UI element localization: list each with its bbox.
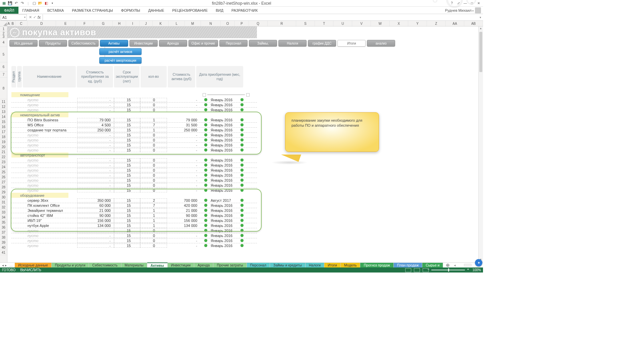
col-header-S[interactable]: S — [296, 21, 315, 26]
row-header-15[interactable]: 15 — [0, 119, 7, 124]
cell-name[interactable]: пусто — [11, 244, 77, 248]
cell-unit-cost[interactable]: - — [77, 138, 114, 142]
cell-qty[interactable]: 0 — [140, 143, 167, 147]
cell-unit-cost[interactable]: 4 500 — [77, 123, 114, 127]
cell-life[interactable]: 15 — [114, 133, 140, 137]
sheet-tab[interactable]: Себестоимость — [89, 263, 121, 267]
cell-date[interactable]: Август 2017 — [209, 198, 239, 202]
qat-new-icon[interactable]: ▢ — [32, 1, 37, 6]
hscroll-track[interactable] — [464, 264, 472, 266]
data-row[interactable]: ИБП 19''156 000151156 000Январь 2016 — [11, 218, 257, 223]
redo-icon[interactable]: ↷ — [19, 1, 25, 6]
data-row[interactable]: пусто-150-Январь 2016 — [11, 147, 257, 153]
cell-life[interactable]: 15 — [114, 143, 140, 147]
cell-unit-cost[interactable]: 250 000 — [77, 128, 114, 132]
row-header-3[interactable]: 3 — [0, 35, 7, 38]
row-header-41[interactable]: 41 — [0, 250, 7, 255]
cell-name[interactable]: ПО Bitrix Business — [11, 118, 77, 122]
user-name[interactable]: Руднев Михаил — [445, 8, 474, 12]
col-header-Y[interactable]: Y — [408, 21, 427, 26]
cell-life[interactable]: 15 — [114, 214, 140, 218]
save-icon[interactable]: 💾 — [7, 1, 13, 6]
sheet-tab[interactable]: Займы и кредиты — [270, 263, 306, 267]
cell-name[interactable]: пусто — [11, 229, 77, 233]
cancel-formula-icon[interactable]: ✕ — [29, 15, 32, 19]
maximize-icon[interactable]: □ — [469, 1, 475, 6]
scroll-thumb[interactable] — [479, 32, 482, 72]
nav-btn-6[interactable]: Офис и прочие — [189, 40, 218, 47]
col-header-H[interactable]: H — [113, 21, 126, 26]
cell-date[interactable]: Январь 2016 — [209, 239, 239, 243]
data-row[interactable]: пусто-150-Январь 2016 — [11, 178, 257, 183]
nav-btn-0[interactable]: Исх.данные — [9, 40, 38, 47]
cell-unit-cost[interactable]: - — [77, 148, 114, 152]
sheet-tab[interactable]: Активы — [147, 262, 168, 267]
cell-qty[interactable]: 1 — [140, 208, 167, 213]
ribbon-tab-разметка страницы[interactable]: РАЗМЕТКА СТРАНИЦЫ — [68, 7, 117, 14]
cell-qty[interactable]: 1 — [140, 128, 167, 132]
sheet-canvas[interactable]: ← покупка активов Исх.данныеПродуктыСебе… — [7, 26, 483, 262]
tab-first-icon[interactable]: ◂ — [2, 263, 4, 267]
add-sheet-button[interactable]: ⊕ — [443, 263, 452, 267]
back-button[interactable]: ← — [10, 28, 19, 37]
cell-date[interactable]: Январь 2016 — [209, 133, 239, 137]
cell-name[interactable]: пусто — [11, 133, 77, 137]
cell-qty[interactable]: 2 — [140, 198, 167, 202]
nav-btn-2[interactable]: Себестоимость — [68, 40, 99, 47]
ribbon-collapse-icon[interactable]: ⤢ — [455, 1, 462, 6]
cell-life[interactable]: 15 — [114, 229, 140, 233]
row-header-20[interactable]: 20 — [0, 144, 7, 149]
cell-unit-cost[interactable]: - — [77, 108, 114, 112]
cell-name[interactable]: ИБП 19'' — [11, 219, 77, 223]
sheet-tab[interactable]: Прочие затраты — [213, 263, 247, 267]
cell-life[interactable]: 15 — [114, 98, 140, 102]
cell-name[interactable]: пусто — [11, 108, 77, 112]
row-header-34[interactable]: 34 — [0, 215, 7, 220]
data-row[interactable]: сервер 36xx350 000152700 000Август 2017 — [11, 198, 257, 203]
data-row[interactable]: пусто-150-Январь 2016 — [11, 183, 257, 188]
nav-btn-7[interactable]: Персонал — [219, 40, 248, 47]
sub-btn-0[interactable]: расчёт активов — [99, 48, 142, 55]
sheet-tab[interactable]: Налоги — [306, 263, 324, 267]
cell-date[interactable]: Январь 2016 — [209, 173, 239, 177]
cell-qty[interactable]: 0 — [140, 163, 167, 167]
nav-btn-10[interactable]: график ДДС — [308, 40, 336, 47]
cell-life[interactable]: 15 — [114, 234, 140, 238]
cell-unit-cost[interactable]: - — [77, 168, 114, 172]
row-header-37[interactable]: 37 — [0, 230, 7, 235]
cell-date[interactable]: Январь 2016 — [209, 158, 239, 162]
row-header-24[interactable]: 24 — [0, 165, 7, 170]
zoom-slider[interactable] — [431, 269, 465, 270]
floating-badge-icon[interactable]: ✦ — [475, 259, 482, 266]
row-header-30[interactable]: 30 — [0, 195, 7, 200]
cell-unit-cost[interactable]: - — [77, 133, 114, 137]
cell-qty[interactable]: 0 — [140, 98, 167, 102]
row-header-29[interactable]: 29 — [0, 190, 7, 195]
row-header-5[interactable]: 5 — [0, 47, 7, 62]
cell-life[interactable]: 15 — [114, 224, 140, 228]
data-row[interactable]: пусто-150-Январь 2016 — [11, 163, 257, 168]
cell-date[interactable]: Январь 2016 — [209, 214, 239, 218]
formula-expand-icon[interactable]: ▾ — [478, 16, 483, 19]
cell-date[interactable]: Январь 2016 — [209, 118, 239, 122]
row-header-28[interactable]: 28 — [0, 185, 7, 190]
cell-date[interactable]: Январь 2016 — [209, 188, 239, 192]
col-header-F[interactable]: F — [75, 21, 94, 26]
data-row[interactable]: пусто-150-Январь 2016 — [11, 132, 257, 137]
col-header-J[interactable]: J — [140, 21, 153, 26]
row-header-27[interactable]: 27 — [0, 180, 7, 185]
user-avatar[interactable] — [475, 7, 481, 13]
cell-life[interactable]: 15 — [114, 103, 140, 107]
cell-life[interactable]: 15 — [114, 244, 140, 248]
cell-qty[interactable]: 0 — [140, 229, 167, 233]
row-header-39[interactable]: 39 — [0, 240, 7, 245]
cell-qty[interactable]: 0 — [140, 178, 167, 182]
qat-item-icon[interactable]: ◧ — [44, 1, 49, 6]
cell-date[interactable]: Январь 2016 — [209, 163, 239, 167]
cell-qty[interactable]: 0 — [140, 173, 167, 177]
row-header-35[interactable]: 35 — [0, 220, 7, 225]
cell-name[interactable]: пусто — [11, 188, 77, 192]
sheet-tab[interactable]: Продукты и услуги — [52, 263, 89, 267]
row-header-4[interactable]: 4 — [0, 38, 7, 47]
cell-qty[interactable]: 0 — [140, 133, 167, 137]
